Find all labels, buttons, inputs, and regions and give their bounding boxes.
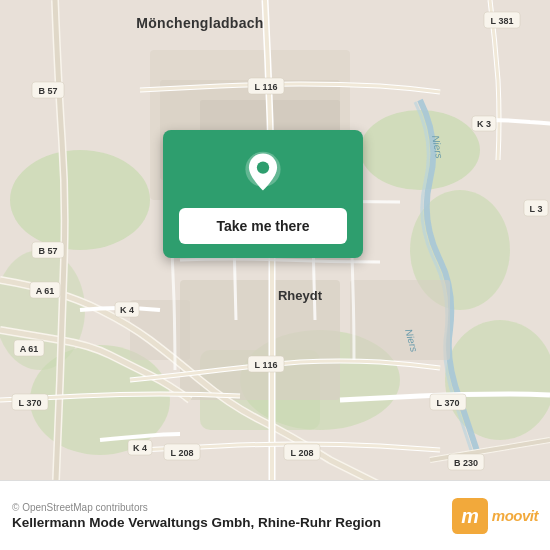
svg-rect-13 [350, 280, 450, 360]
svg-text:K 3: K 3 [477, 119, 491, 129]
svg-text:L 116: L 116 [255, 360, 278, 370]
svg-text:L 3: L 3 [530, 204, 543, 214]
svg-text:A 61: A 61 [20, 344, 39, 354]
attribution-text: © OpenStreetMap contributors [12, 502, 381, 513]
popup-card: Take me there [163, 130, 363, 258]
svg-text:m: m [461, 505, 479, 527]
svg-point-52 [257, 161, 269, 173]
take-me-there-button[interactable]: Take me there [179, 208, 347, 244]
svg-text:L 208: L 208 [291, 448, 314, 458]
svg-text:L 370: L 370 [437, 398, 460, 408]
map-container: L 116 L 116 B 57 B 57 A 61 A 61 K 4 K 4 … [0, 0, 550, 480]
svg-text:B 57: B 57 [38, 86, 57, 96]
svg-text:Mönchengladbach: Mönchengladbach [136, 15, 263, 31]
bottom-text-group: © OpenStreetMap contributors Kellermann … [12, 502, 381, 530]
moovit-icon: m [452, 498, 488, 534]
moovit-brand-text: moovit [492, 507, 538, 524]
svg-point-1 [10, 150, 150, 250]
moovit-logo: m moovit [452, 498, 538, 534]
svg-text:B 230: B 230 [454, 458, 478, 468]
svg-text:K 4: K 4 [133, 443, 147, 453]
svg-text:A 61: A 61 [36, 286, 55, 296]
svg-text:L 381: L 381 [491, 16, 514, 26]
svg-point-2 [360, 110, 480, 190]
svg-text:K 4: K 4 [120, 305, 134, 315]
svg-text:B 57: B 57 [38, 246, 57, 256]
svg-text:L 370: L 370 [19, 398, 42, 408]
location-name: Kellermann Mode Verwaltungs Gmbh, Rhine-… [12, 515, 381, 530]
location-pin-icon [241, 150, 285, 194]
svg-text:Rheydt: Rheydt [278, 288, 323, 303]
svg-text:L 208: L 208 [171, 448, 194, 458]
svg-text:L 116: L 116 [255, 82, 278, 92]
bottom-bar: © OpenStreetMap contributors Kellermann … [0, 480, 550, 550]
